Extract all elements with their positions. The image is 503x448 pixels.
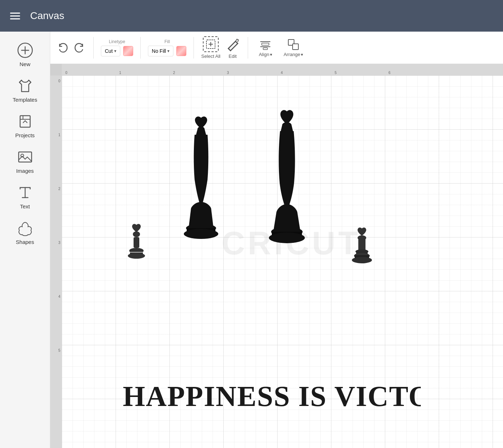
svg-point-24 — [128, 253, 145, 259]
arrange-section: Arrange ▾ — [280, 36, 307, 59]
divider-4 — [248, 37, 248, 59]
sidebar-item-images[interactable]: Images — [0, 144, 50, 178]
sidebar-item-images-label: Images — [16, 168, 34, 174]
ruler-v-5: 5 — [58, 348, 60, 352]
fill-chevron-icon: ▾ — [167, 49, 169, 54]
app-header: Canvas — [0, 0, 503, 32]
tshirt-icon — [17, 77, 34, 94]
chess-artwork: HAPPINESS IS VICTORY — [90, 86, 421, 428]
fill-section: Fill No Fill ▾ — [148, 39, 187, 56]
sidebar-item-shapes-label: Shapes — [16, 239, 34, 245]
divider-3 — [194, 37, 194, 59]
ruler-corner — [50, 64, 62, 75]
edit-label: Edit — [229, 54, 237, 59]
bookmark-icon — [17, 113, 34, 130]
plus-circle-icon — [17, 42, 34, 59]
align-chevron-icon: ▾ — [270, 52, 272, 57]
ruler-h-2: 2 — [173, 71, 175, 75]
linetype-section: Linetype Cut ▾ — [101, 39, 133, 56]
ruler-top: 0 1 2 3 4 5 6 — [62, 64, 503, 75]
toolbar: Linetype Cut ▾ Fill No Fill ▾ — [50, 32, 503, 64]
select-all-section: Select All — [201, 36, 220, 59]
arrange-label: Arrange — [284, 52, 300, 57]
svg-text:HAPPINESS IS VICTORY: HAPPINESS IS VICTORY — [123, 380, 421, 412]
ruler-h-1: 1 — [119, 71, 121, 75]
linetype-chevron-icon: ▾ — [114, 49, 116, 54]
align-label: Align — [259, 52, 269, 57]
menu-button[interactable] — [9, 11, 22, 21]
undo-button[interactable] — [56, 41, 70, 55]
canvas-grid[interactable]: CRICUT HAPPINESS IS VICTORY — [62, 75, 503, 448]
svg-rect-6 — [19, 152, 32, 162]
sidebar-item-text[interactable]: Text — [0, 180, 50, 214]
edit-section: Edit — [225, 36, 241, 59]
canvas-container[interactable]: 0 1 2 3 4 5 6 0 1 2 3 4 5 CRICUT — [50, 64, 503, 448]
fill-dropdown[interactable]: No Fill ▾ — [148, 46, 174, 56]
shapes-icon — [17, 220, 34, 237]
text-icon — [17, 184, 34, 201]
sidebar-item-new[interactable]: New — [0, 37, 50, 71]
linetype-dropdown[interactable]: Cut ▾ — [101, 46, 120, 56]
ruler-v-2: 2 — [58, 187, 60, 191]
ruler-h-3: 3 — [227, 71, 229, 75]
svg-rect-16 — [263, 48, 267, 50]
svg-point-28 — [184, 229, 218, 239]
svg-rect-33 — [358, 238, 365, 251]
linetype-color-swatch[interactable] — [123, 46, 133, 56]
sidebar-item-new-label: New — [19, 61, 30, 67]
ruler-h-6: 6 — [388, 71, 391, 75]
select-all-label: Select All — [201, 54, 220, 59]
align-button[interactable]: Align ▾ — [255, 36, 276, 59]
image-icon — [17, 148, 34, 166]
redo-button[interactable] — [72, 41, 86, 55]
svg-point-20 — [133, 231, 140, 237]
app-title: Canvas — [30, 10, 64, 22]
fill-value: No Fill — [152, 48, 166, 54]
divider-1 — [93, 37, 94, 59]
fill-color-swatch[interactable] — [176, 46, 186, 56]
sidebar-item-shapes[interactable]: Shapes — [0, 215, 50, 249]
svg-rect-18 — [293, 44, 298, 50]
ruler-v-3: 3 — [58, 241, 60, 245]
linetype-label: Linetype — [101, 39, 133, 44]
sidebar-item-templates-label: Templates — [13, 97, 37, 103]
align-section: Align ▾ — [255, 36, 276, 59]
ruler-h-4: 4 — [281, 71, 283, 75]
select-all-button[interactable]: Select All — [201, 36, 220, 59]
ruler-v-0: 0 — [58, 79, 60, 83]
linetype-value: Cut — [105, 48, 113, 54]
svg-rect-14 — [262, 43, 269, 45]
fill-label: Fill — [148, 39, 187, 44]
svg-point-38 — [352, 257, 372, 263]
sidebar-item-templates[interactable]: Templates — [0, 73, 50, 107]
sidebar-item-text-label: Text — [20, 203, 30, 209]
svg-rect-3 — [20, 116, 30, 127]
sidebar-item-projects[interactable]: Projects — [0, 108, 50, 143]
svg-point-31 — [269, 232, 305, 243]
ruler-v-4: 4 — [58, 295, 60, 299]
ruler-h-0: 0 — [65, 71, 67, 75]
ruler-h-5: 5 — [335, 71, 337, 75]
sidebar-item-projects-label: Projects — [15, 132, 34, 138]
app-layout: New Templates Projects — [0, 32, 503, 448]
arrange-chevron-icon: ▾ — [301, 52, 303, 57]
ruler-left: 0 1 2 3 4 5 — [50, 75, 62, 448]
select-all-icon — [203, 36, 219, 52]
arrange-button[interactable]: Arrange ▾ — [280, 36, 307, 59]
divider-2 — [140, 37, 141, 59]
svg-rect-21 — [134, 237, 139, 248]
edit-button[interactable]: Edit — [225, 36, 241, 59]
main-area: Linetype Cut ▾ Fill No Fill ▾ — [50, 32, 503, 448]
edit-icon — [225, 36, 241, 52]
sidebar: New Templates Projects — [0, 32, 50, 448]
ruler-v-1: 1 — [58, 133, 60, 137]
